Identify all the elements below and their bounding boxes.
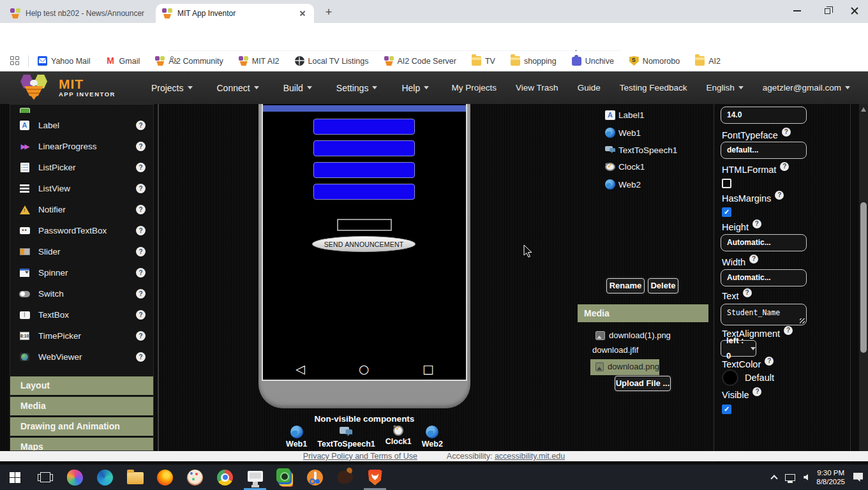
nonvisible-texttospeech1[interactable]: TextToSpeech1 (317, 426, 375, 449)
bookmark-mit-ai2[interactable]: MIT AI2 (239, 56, 280, 66)
taskbar-clock[interactable]: 9:30 PM 8/8/2025 (816, 468, 845, 486)
help-icon[interactable]: ? (136, 205, 146, 214)
bookmark-folder-shopping[interactable]: shopping (511, 56, 557, 66)
height-input[interactable]: Automatic... (721, 234, 807, 251)
bookmark-ai2-code-server[interactable]: AI2 Code Server (384, 56, 456, 66)
menu-projects[interactable]: Projects (151, 83, 193, 93)
palette-item-label[interactable]: ALabel? (10, 115, 153, 136)
designer-button-1[interactable] (313, 119, 415, 135)
help-icon[interactable]: ? (136, 226, 146, 235)
bookmark-local-tv[interactable]: Local TV Listings (295, 56, 369, 66)
scroll-up-icon[interactable] (861, 107, 866, 112)
visible-checkbox[interactable]: ✓ (722, 405, 731, 414)
browser-tab-inactive[interactable]: Help test nb202 - News/Announcem (4, 4, 151, 23)
help-icon[interactable]: ? (136, 289, 146, 299)
help-icon[interactable]: ? (775, 191, 784, 200)
taskbar-file-explorer-icon[interactable] (120, 464, 150, 490)
palette-item-partial[interactable] (10, 105, 153, 113)
bookmark-ai2-community[interactable]: AI2 Community (155, 56, 223, 66)
volume-icon[interactable] (804, 474, 808, 480)
window-minimize-button[interactable] (782, 0, 812, 22)
help-icon[interactable]: ? (780, 162, 789, 171)
palette-item-spinner[interactable]: Spinner? (10, 262, 153, 283)
width-input[interactable]: Automatic... (721, 269, 807, 286)
taskbar-edge-icon[interactable] (90, 464, 120, 490)
help-icon[interactable]: ? (752, 219, 761, 228)
palette-item-timepicker[interactable]: 8:10TimePicker? (10, 325, 153, 346)
help-icon[interactable]: ? (136, 142, 146, 151)
taskbar-firefox-icon[interactable] (150, 464, 180, 490)
window-restore-button[interactable] (812, 0, 842, 22)
page-scrollbar[interactable] (859, 104, 868, 461)
text-alignment-dropdown[interactable]: left : 0 (721, 340, 756, 357)
taskbar-chrome-icon[interactable] (210, 464, 240, 490)
bookmark-unchive[interactable]: Unchive (572, 57, 614, 66)
palette-section-layout[interactable]: Layout (10, 376, 153, 395)
help-icon[interactable]: ? (749, 255, 758, 264)
start-button[interactable] (0, 464, 30, 490)
help-icon[interactable]: ? (136, 121, 146, 130)
language-selector[interactable]: English (706, 83, 743, 93)
account-menu[interactable]: agetzler@gmail.com (763, 83, 850, 93)
menu-connect[interactable]: Connect (217, 83, 259, 93)
palette-section-maps[interactable]: Maps (10, 438, 153, 451)
help-icon[interactable]: ? (136, 184, 146, 193)
action-center-icon[interactable] (853, 473, 863, 482)
apps-grid-icon[interactable] (10, 56, 20, 66)
task-view-button[interactable] (30, 464, 60, 490)
text-color-swatch[interactable] (723, 371, 737, 385)
nonvisible-web2[interactable]: Web2 (422, 426, 443, 449)
link-testing-feedback[interactable]: Testing Feedback (620, 83, 687, 93)
font-typeface-input[interactable]: default... (721, 142, 807, 159)
palette-item-switch[interactable]: Switch? (10, 283, 153, 304)
designer-textbox[interactable] (337, 219, 392, 231)
help-icon[interactable]: ? (136, 163, 146, 172)
taskbar-screentogif-icon[interactable] (300, 464, 330, 490)
link-guide[interactable]: Guide (578, 83, 601, 93)
media-file-row[interactable]: download(1).png (595, 330, 671, 340)
taskbar-gimp-icon[interactable] (330, 464, 360, 490)
help-icon[interactable]: ? (782, 128, 791, 137)
help-icon[interactable]: ? (136, 310, 146, 320)
link-my-projects[interactable]: My Projects (452, 83, 497, 93)
tab-close-icon[interactable] (297, 8, 308, 19)
scrollbar-thumb[interactable] (860, 202, 867, 353)
tree-item-label1[interactable]: ALabel1 (605, 110, 645, 120)
taskbar-people-icon[interactable] (60, 464, 90, 490)
palette-item-slider[interactable]: Slider? (10, 241, 153, 262)
browser-tab-active[interactable]: MIT App Inventor (156, 4, 314, 23)
taskbar-paint-icon[interactable] (180, 464, 210, 490)
tree-item-web2[interactable]: Web2 (605, 179, 641, 189)
text-input[interactable]: Student_Name (721, 304, 807, 325)
palette-item-linearprogress[interactable]: ▶▶LinearProgress? (10, 136, 153, 157)
media-file-row-selected[interactable]: download.png (590, 359, 659, 375)
bookmark-nomorobo[interactable]: Nomorobo (629, 56, 680, 66)
bookmark-yahoo-mail[interactable]: Yahoo Mail (38, 56, 91, 66)
tree-item-clock1[interactable]: Clock1 (605, 162, 645, 172)
help-icon[interactable]: ? (136, 247, 146, 256)
palette-item-textbox[interactable]: ITextBox? (10, 304, 153, 325)
help-icon[interactable]: ? (136, 331, 146, 341)
rename-button[interactable]: Rename (606, 278, 645, 293)
help-icon[interactable]: ? (743, 288, 752, 297)
help-icon[interactable]: ? (136, 268, 146, 278)
designer-button-4[interactable] (313, 184, 415, 200)
accessibility-link[interactable]: accessibility.mit.edu (495, 452, 565, 461)
help-icon[interactable]: ? (784, 326, 793, 335)
menu-settings[interactable]: Settings (336, 83, 378, 93)
nonvisible-clock1[interactable]: Clock1 (385, 426, 412, 449)
bookmark-folder-tv[interactable]: TV (472, 56, 495, 66)
taskbar-aistarter-icon[interactable] (240, 464, 270, 490)
palette-item-passwordtextbox[interactable]: ••PasswordTextBox? (10, 220, 153, 241)
taskbar-brave-icon[interactable] (360, 464, 390, 490)
privacy-policy-link[interactable]: Privacy Policy and Terms of Use (303, 452, 417, 461)
designer-button-2[interactable] (313, 140, 415, 156)
tray-expand-icon[interactable] (771, 475, 778, 482)
palette-item-notifier[interactable]: Notifier? (10, 199, 153, 220)
html-format-checkbox[interactable] (722, 179, 731, 188)
has-margins-checkbox[interactable]: ✓ (722, 207, 731, 217)
tree-item-web1[interactable]: Web1 (605, 128, 641, 138)
delete-button[interactable]: Delete (648, 278, 678, 293)
taskbar-bluestacks-icon[interactable] (270, 464, 300, 490)
menu-build[interactable]: Build (283, 83, 312, 93)
